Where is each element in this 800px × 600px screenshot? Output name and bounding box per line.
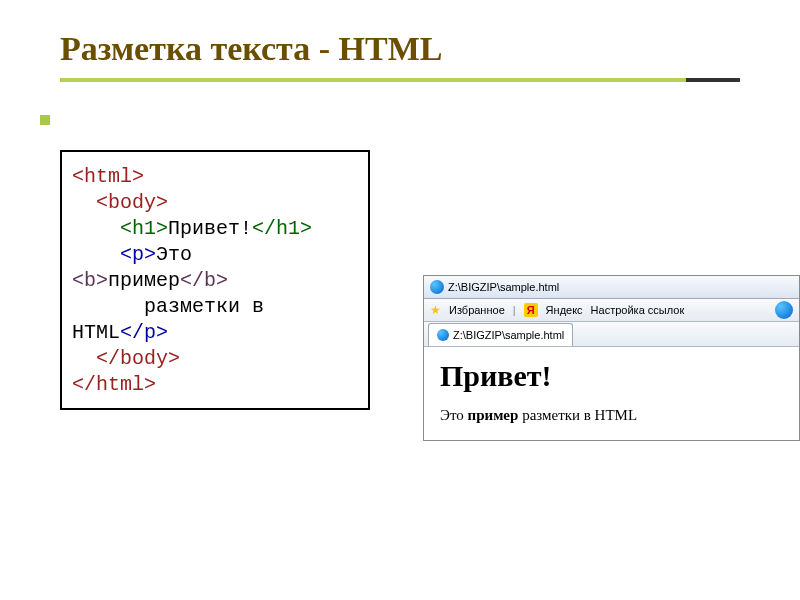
bullet-square bbox=[40, 115, 50, 125]
separator: | bbox=[513, 304, 516, 316]
favorites-label: Избранное bbox=[449, 304, 505, 316]
links-label: Настройка ссылок bbox=[591, 304, 685, 316]
tag-h1-close: </h1> bbox=[252, 217, 312, 240]
browser-address-bar: Z:\BIGZIP\sample.html bbox=[424, 276, 799, 299]
star-icon: ★ bbox=[430, 303, 441, 317]
tag-b-open: <b> bbox=[72, 269, 108, 292]
rendered-h1: Привет! bbox=[440, 359, 783, 393]
browser-viewport: Привет! Это пример разметки в HTML bbox=[424, 347, 799, 440]
tag-p-open: <p> bbox=[120, 243, 156, 266]
browser-window: Z:\BIGZIP\sample.html ★ Избранное | Я Ян… bbox=[423, 275, 800, 441]
rendered-p-suffix: разметки в HTML bbox=[518, 407, 637, 423]
tag-h1-open: <h1> bbox=[120, 217, 168, 240]
browser-tab: Z:\BIGZIP\sample.html bbox=[428, 323, 573, 346]
yandex-icon: Я bbox=[524, 303, 538, 317]
title-underline bbox=[60, 78, 740, 82]
tab-title: Z:\BIGZIP\sample.html bbox=[453, 329, 564, 341]
tag-html-open: <html> bbox=[72, 165, 144, 188]
slide-title: Разметка текста - HTML bbox=[60, 30, 800, 68]
address-text: Z:\BIGZIP\sample.html bbox=[448, 281, 793, 293]
tag-body-close: </body> bbox=[96, 347, 180, 370]
text-p1: Это bbox=[156, 243, 192, 266]
tag-b-close: </b> bbox=[180, 269, 228, 292]
tab-favicon bbox=[437, 329, 449, 341]
tag-body-open: <body> bbox=[96, 191, 168, 214]
ie-icon bbox=[430, 280, 444, 294]
ie-logo-icon bbox=[775, 301, 793, 319]
yandex-label: Яндекс bbox=[546, 304, 583, 316]
tag-p-close: </p> bbox=[120, 321, 168, 344]
browser-tab-bar: Z:\BIGZIP\sample.html bbox=[424, 322, 799, 347]
code-example-box: <html> <body> <h1>Привет!</h1> <p>Это <b… bbox=[60, 150, 370, 410]
text-p2: разметки в bbox=[144, 295, 264, 318]
rendered-p-bold: пример bbox=[468, 407, 519, 423]
text-p3: HTML bbox=[72, 321, 120, 344]
rendered-p-prefix: Это bbox=[440, 407, 468, 423]
browser-favorites-bar: ★ Избранное | Я Яндекс Настройка ссылок bbox=[424, 299, 799, 322]
rendered-paragraph: Это пример разметки в HTML bbox=[440, 407, 783, 424]
tag-html-close: </html> bbox=[72, 373, 156, 396]
slide: Разметка текста - HTML <html> <body> <h1… bbox=[0, 0, 800, 600]
text-b: пример bbox=[108, 269, 180, 292]
text-h1: Привет! bbox=[168, 217, 252, 240]
